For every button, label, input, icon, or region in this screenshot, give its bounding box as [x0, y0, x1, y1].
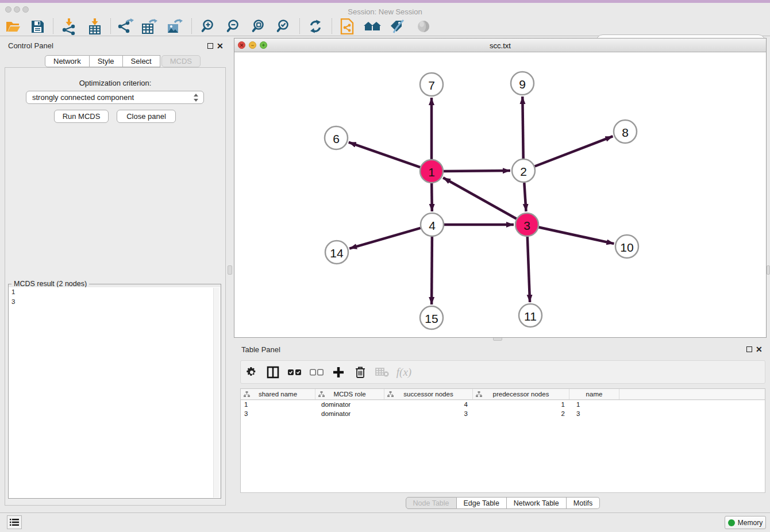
result-scrollbar[interactable] — [213, 288, 220, 498]
svg-text:15: 15 — [425, 312, 438, 325]
memory-label: Memory — [738, 519, 763, 527]
graph-edge-3-10 — [539, 228, 614, 244]
column-header-shared-name[interactable]: shared name — [241, 389, 315, 399]
table-row[interactable]: 1dominator411 — [241, 400, 765, 409]
graph-edge-2-3 — [524, 183, 526, 211]
column-header-predecessor-nodes[interactable]: predecessor nodes — [473, 389, 569, 399]
table-row[interactable]: 3dominator323 — [241, 409, 765, 418]
table-header-row: shared nameMCDS rolesuccessor nodesprede… — [241, 389, 765, 400]
graph-node-14[interactable]: 14 — [325, 241, 348, 264]
graph-node-7[interactable]: 7 — [420, 73, 443, 96]
select-all-checkboxes-icon[interactable] — [286, 364, 304, 381]
status-bar — [0, 512, 770, 532]
graph-node-6[interactable]: 6 — [325, 126, 348, 149]
graph-node-3[interactable]: 3 — [515, 213, 538, 236]
mcds-result-list[interactable]: 13 — [9, 287, 220, 498]
tab-network[interactable]: Network — [45, 55, 90, 67]
network-graph-canvas[interactable]: 7968124314101511 — [234, 52, 766, 337]
tab-node-table[interactable]: Node Table — [406, 497, 457, 509]
svg-text:1: 1 — [428, 165, 435, 179]
delete-column-icon[interactable] — [351, 364, 369, 381]
tab-style[interactable]: Style — [90, 55, 123, 67]
optimization-criterion-label: Optimization criterion: — [5, 79, 226, 87]
toolbar-separator — [53, 18, 53, 34]
toolbar-separator — [110, 18, 111, 34]
tab-motifs[interactable]: Motifs — [567, 497, 600, 509]
table-settings-icon[interactable] — [242, 364, 261, 381]
control-panel-title: Control Panel — [8, 41, 53, 50]
tab-edge-table[interactable]: Edge Table — [457, 497, 507, 509]
tab-mcds[interactable]: MCDS — [161, 55, 201, 67]
svg-text:6: 6 — [333, 132, 340, 145]
tab-select[interactable]: Select — [123, 55, 160, 67]
refresh-icon[interactable] — [306, 18, 325, 35]
add-column-icon[interactable] — [329, 364, 348, 381]
graph-edge-4-15 — [432, 237, 432, 304]
graph-edge-2-8 — [535, 136, 613, 166]
left-split-grip[interactable] — [228, 265, 232, 275]
table-panel-close-icon[interactable]: ✕ — [756, 346, 763, 353]
svg-text:11: 11 — [524, 310, 537, 323]
graph-edge-1-6 — [349, 142, 421, 168]
graph-node-2[interactable]: 2 — [512, 159, 535, 182]
hide-labels-icon[interactable] — [388, 18, 407, 35]
right-split-grip[interactable] — [767, 265, 770, 275]
graph-node-4[interactable]: 4 — [421, 213, 444, 236]
graph-node-1[interactable]: 1 — [420, 160, 443, 183]
import-network-icon[interactable] — [59, 18, 79, 35]
open-session-icon[interactable] — [3, 18, 23, 35]
run-mcds-button[interactable]: Run MCDS — [54, 110, 109, 123]
zoom-out-icon[interactable] — [224, 18, 243, 35]
clone-network-icon[interactable] — [337, 18, 357, 35]
home-layout-icon[interactable] — [363, 18, 382, 35]
svg-text:10: 10 — [620, 241, 633, 254]
graph-node-11[interactable]: 11 — [519, 304, 542, 327]
svg-text:7: 7 — [428, 79, 435, 92]
delete-table-icon[interactable] — [373, 364, 391, 381]
zoom-fit-icon[interactable] — [249, 18, 268, 35]
column-header-successor-nodes[interactable]: successor nodes — [384, 389, 473, 399]
toolbar-separator — [332, 18, 332, 34]
column-layout-icon[interactable] — [264, 364, 282, 381]
deselect-checkboxes-icon[interactable] — [307, 364, 326, 381]
table-cell: 2 — [473, 409, 569, 418]
graph-node-8[interactable]: 8 — [614, 120, 637, 143]
table-body: 1dominator4113dominator323 — [241, 400, 765, 418]
task-history-button[interactable] — [7, 515, 22, 529]
table-cell: 1 — [473, 400, 569, 409]
zoom-in-icon[interactable] — [198, 18, 218, 35]
column-header-filler — [619, 389, 765, 399]
export-table-icon[interactable] — [140, 18, 160, 35]
tab-network-table[interactable]: Network Table — [507, 497, 567, 509]
birds-eye-view-icon[interactable] — [414, 18, 433, 35]
selected-option-label: strongly connected component — [32, 93, 134, 102]
column-header-name[interactable]: name — [569, 389, 619, 399]
graph-edge-4-14 — [349, 228, 421, 249]
toolbar-separator — [299, 18, 300, 34]
export-image-icon[interactable] — [165, 18, 185, 35]
control-panel-close-icon[interactable]: ✕ — [217, 43, 224, 49]
table-cell: 4 — [384, 400, 473, 409]
control-panel-float-icon[interactable] — [207, 43, 213, 49]
network-window-titlebar[interactable]: ✕ − + scc.txt — [234, 38, 766, 52]
table-cell: 3 — [384, 409, 473, 418]
optimization-criterion-select[interactable]: strongly connected component — [26, 91, 204, 104]
save-session-icon[interactable] — [28, 18, 47, 35]
select-stepper-icon — [194, 93, 199, 102]
graph-node-15[interactable]: 15 — [420, 306, 443, 329]
memory-button[interactable]: Memory — [725, 516, 766, 529]
import-table-icon[interactable] — [85, 18, 105, 35]
svg-text:2: 2 — [520, 165, 527, 178]
zoom-selected-icon[interactable] — [274, 18, 293, 35]
column-header-MCDS-role[interactable]: MCDS role — [315, 389, 384, 399]
table-cell: dominator — [315, 400, 384, 409]
function-builder-icon[interactable]: f(x) — [395, 364, 413, 381]
node-table: shared nameMCDS rolesuccessor nodesprede… — [240, 388, 765, 493]
network-view-window: ✕ − + scc.txt 7968124314101511 — [234, 38, 767, 338]
export-network-icon[interactable] — [116, 18, 135, 35]
graph-node-10[interactable]: 10 — [615, 235, 638, 258]
table-panel-float-icon[interactable] — [746, 346, 752, 352]
table-cell: 3 — [569, 409, 619, 418]
graph-node-9[interactable]: 9 — [511, 72, 534, 95]
close-panel-button[interactable]: Close panel — [117, 110, 176, 123]
